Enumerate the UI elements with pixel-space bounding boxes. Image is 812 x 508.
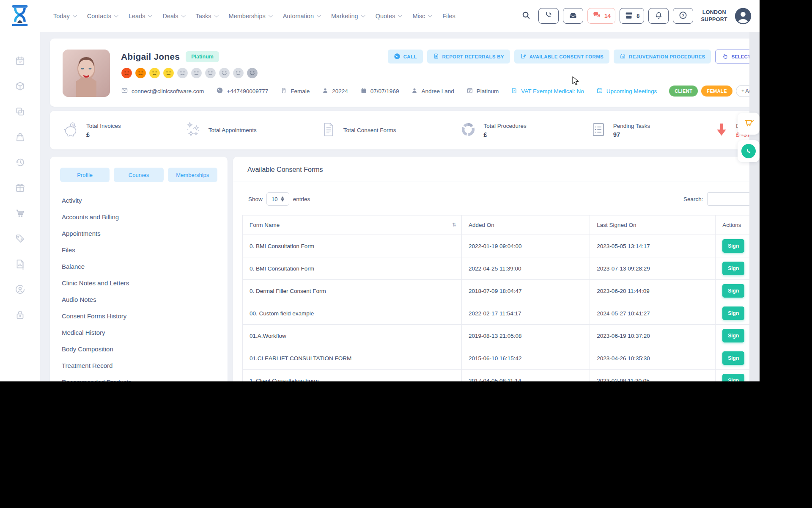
sign-button[interactable]: Sign	[722, 306, 744, 320]
notifications-button[interactable]	[648, 8, 669, 24]
price-tag-icon[interactable]: $	[14, 233, 26, 244]
tab-courses[interactable]: Courses	[114, 168, 163, 182]
menu-item-activity[interactable]: Activity	[60, 192, 217, 209]
inbox-button[interactable]	[563, 8, 583, 24]
mood-face-icon[interactable]	[121, 67, 132, 79]
help-button[interactable]: ?	[673, 8, 693, 24]
copy-icon[interactable]	[14, 106, 26, 117]
mail-icon	[121, 87, 128, 95]
user-avatar[interactable]	[734, 7, 752, 25]
nav-item-deals[interactable]: Deals	[162, 13, 184, 19]
menu-item-balance[interactable]: Balance	[60, 258, 217, 275]
account-name: LONDON SUPPORT	[701, 9, 727, 23]
whatsapp-icon	[741, 144, 756, 158]
mood-face-icon[interactable]	[177, 67, 188, 79]
menu-item-body-composition[interactable]: Body Composition	[60, 341, 217, 357]
shopping-bag-icon[interactable]	[14, 131, 26, 143]
sign-button[interactable]: Sign	[722, 239, 744, 253]
floating-whatsapp-button[interactable]	[738, 140, 760, 162]
calendar-icon: 12	[596, 87, 603, 95]
consent-forms-table: Form Name⇅ Added On Last Signed On Actio…	[242, 215, 760, 381]
search-button[interactable]	[518, 9, 534, 23]
chevron-down-icon	[73, 13, 77, 17]
menu-item-files[interactable]: Files	[60, 242, 217, 258]
column-header-form-name[interactable]: Form Name⇅	[243, 215, 462, 235]
nav-item-leads[interactable]: Leads	[129, 13, 151, 19]
mood-face-icon[interactable]	[219, 67, 230, 79]
cart-icon[interactable]	[14, 207, 26, 219]
menu-item-appointments[interactable]: Appointments	[60, 225, 217, 242]
lock-icon[interactable]	[14, 309, 26, 320]
available-consent-forms-button[interactable]: AVAILABLE CONSENT FORMS	[514, 50, 609, 64]
stat-total-invoices: $ Total Invoices£	[62, 120, 121, 141]
history-icon[interactable]	[14, 157, 26, 168]
package-icon[interactable]	[14, 80, 26, 92]
sign-button[interactable]: Sign	[722, 374, 744, 381]
calendar-icon	[360, 87, 367, 95]
nav-item-marketing[interactable]: Marketing	[331, 13, 364, 19]
phone-value[interactable]: +447490009777	[216, 87, 268, 95]
dialer-button[interactable]	[538, 8, 559, 24]
clinicsoftware-logo-icon[interactable]	[10, 4, 30, 28]
nav-item-contacts[interactable]: Contacts	[87, 13, 117, 19]
nav-item-files[interactable]: Files	[442, 13, 455, 19]
hand-pointer-icon	[721, 53, 728, 61]
report-icon[interactable]	[14, 258, 26, 270]
upcoming-meetings-link[interactable]: 12 Upcoming Meetings	[596, 87, 657, 95]
report-referrals-button[interactable]: REPORT REFERRALS BY	[427, 50, 510, 64]
email-value[interactable]: connect@clinicsoftware.com	[121, 87, 204, 95]
sign-button[interactable]: Sign	[722, 351, 744, 365]
gift-icon[interactable]	[14, 182, 26, 193]
rejuvenation-procedures-button[interactable]: REJUVENATION PROCEDURES	[614, 50, 711, 64]
stepper-arrows-icon	[281, 196, 284, 202]
menu-item-treatment-record[interactable]: Treatment Record	[60, 357, 217, 374]
mood-face-icon[interactable]	[163, 67, 174, 79]
nav-item-memberships[interactable]: Memberships	[229, 13, 272, 19]
form-signature-icon	[520, 53, 527, 60]
label-client[interactable]: CLIENT	[669, 86, 698, 97]
menu-item-audio-notes[interactable]: Audio Notes	[60, 291, 217, 308]
call-button[interactable]: CALL	[388, 50, 423, 64]
phone-outgoing-icon	[544, 11, 553, 21]
menu-item-clinic-notes-and-letters[interactable]: Clinic Notes and Letters	[60, 275, 217, 291]
mood-face-icon[interactable]	[233, 67, 244, 79]
floating-cart-button[interactable]	[738, 113, 760, 135]
available-consent-forms-panel: Available Consent Forms Show 10 entries	[233, 157, 760, 381]
document-icon	[320, 121, 337, 140]
mood-face-icon[interactable]	[247, 67, 258, 79]
nav-item-tasks[interactable]: Tasks	[196, 13, 217, 19]
menu-item-medical-history[interactable]: Medical History	[60, 324, 217, 341]
mood-rating-row	[121, 67, 760, 79]
column-header-added-on[interactable]: Added On	[462, 215, 590, 235]
mood-face-icon[interactable]	[205, 67, 216, 79]
sign-button[interactable]: Sign	[722, 329, 744, 342]
mood-face-icon[interactable]	[149, 67, 160, 79]
store-button[interactable]: 8	[620, 8, 645, 24]
nav-item-quotes[interactable]: Quotes	[376, 13, 401, 19]
sort-icon[interactable]: ⇅	[452, 222, 456, 228]
sign-button[interactable]: Sign	[722, 262, 744, 275]
table-row: 0. BMI Consultation Form2022-01-19 09:04…	[243, 235, 760, 257]
tab-memberships[interactable]: Memberships	[168, 168, 217, 182]
menu-item-accounts-and-billing[interactable]: Accounts and Billing	[60, 209, 217, 225]
nav-item-misc[interactable]: Misc	[412, 13, 431, 19]
svg-text:12: 12	[599, 90, 601, 92]
page-size-select[interactable]: 10	[266, 192, 289, 206]
menu-item-consent-forms-history[interactable]: Consent Forms History	[60, 308, 217, 324]
chevron-down-icon	[398, 13, 402, 17]
column-header-last-signed-on[interactable]: Last Signed On	[590, 215, 716, 235]
tab-profile[interactable]: Profile	[60, 168, 110, 182]
sign-button[interactable]: Sign	[722, 284, 744, 298]
calendar-icon[interactable]: 12	[14, 55, 26, 66]
nav-item-today[interactable]: Today	[53, 13, 76, 19]
label-female[interactable]: FEMALE	[701, 86, 732, 97]
mood-face-icon[interactable]	[135, 67, 146, 79]
vat-exempt-link[interactable]: VAT Exempt Medical: No	[511, 87, 584, 95]
nav-item-automation[interactable]: Automation	[283, 13, 320, 19]
menu-item-recommended-products[interactable]: Recommended Products	[60, 374, 217, 381]
chat-notifications-button[interactable]: 14	[587, 8, 615, 24]
client-photo[interactable]	[63, 50, 110, 97]
account-icon[interactable]	[14, 284, 26, 295]
donut-chart-icon	[459, 120, 477, 141]
mood-face-icon[interactable]	[191, 67, 202, 79]
